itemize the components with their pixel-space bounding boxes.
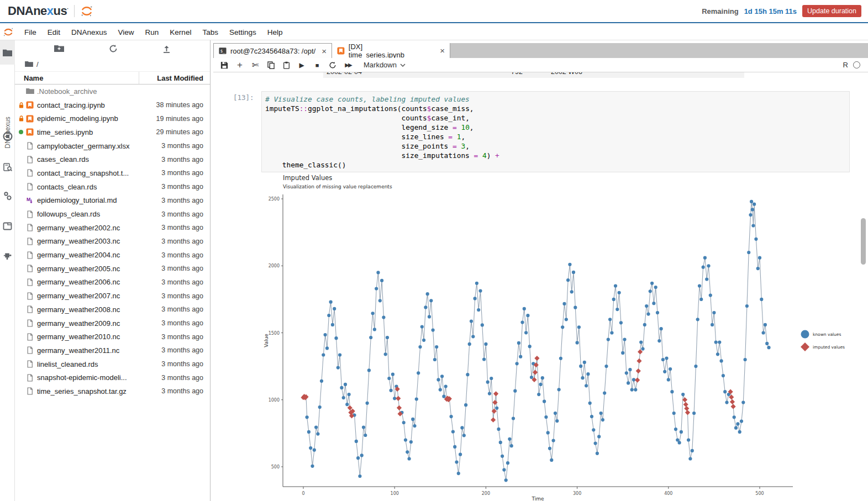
file-row[interactable]: linelist_cleaned.rds3 months ago <box>15 357 210 371</box>
scrollbar-thumb[interactable] <box>861 218 866 265</box>
tab-terminal[interactable]: $_ root@7c2345648a73: /opt/ × <box>213 43 332 58</box>
cell-type-select[interactable]: Markdown <box>364 61 406 69</box>
svg-text:Value: Value <box>264 334 269 347</box>
tab-notebook[interactable]: [DX] time_series.ipynb × <box>332 43 450 58</box>
restart-kernel-button[interactable] <box>325 59 340 71</box>
property-inspector-icon[interactable] <box>0 160 15 175</box>
notebook-scrollbar[interactable] <box>861 72 866 501</box>
update-duration-button[interactable]: Update duration <box>802 5 861 17</box>
file-row[interactable]: germany_weather2008.nc3 months ago <box>15 303 210 317</box>
new-folder-button[interactable] <box>54 45 64 52</box>
file-row[interactable]: contact_tracing_snapshot.t...3 months ag… <box>15 166 210 180</box>
column-header-modified[interactable]: Last Modified <box>139 74 210 82</box>
jupyterlab-window: DNAnexus· Remaining 1d 15h 15m 11s Updat… <box>0 0 868 501</box>
menu-edit[interactable]: Edit <box>42 25 66 39</box>
file-row[interactable]: followups_clean.rds3 months ago <box>15 207 210 221</box>
settings-gears-icon[interactable] <box>0 188 15 204</box>
main-dock-area: $_ root@7c2345648a73: /opt/ × [DX] time_… <box>213 40 868 501</box>
code-line: size_imputations = 4) + <box>265 151 846 160</box>
upload-button[interactable] <box>162 44 171 53</box>
file-icon <box>25 210 35 218</box>
markdown-icon: M <box>25 197 35 204</box>
file-row[interactable]: germany_weather2003.nc3 months ago <box>15 235 210 249</box>
cut-cells-button[interactable]: ✄ <box>248 59 263 71</box>
menu-kernel[interactable]: Kernel <box>164 25 197 39</box>
file-row[interactable]: germany_weather2005.nc3 months ago <box>15 262 210 276</box>
paste-cells-button[interactable] <box>278 59 294 71</box>
file-row[interactable]: cases_clean.rds3 months ago <box>15 152 210 166</box>
breadcrumb[interactable]: / <box>15 57 210 71</box>
file-row[interactable]: germany_weather2006.nc3 months ago <box>15 276 210 289</box>
file-icon <box>25 292 35 300</box>
file-browser-panel: / Name Last Modified .Notebook_archiveco… <box>15 40 211 501</box>
menu-file[interactable]: File <box>19 25 42 39</box>
file-modified: 38 minutes ago <box>144 101 210 109</box>
breadcrumb-root[interactable]: / <box>36 60 39 68</box>
file-icon <box>25 305 35 313</box>
copy-cells-button[interactable] <box>263 59 278 71</box>
sidebar-tab-filebrowser[interactable] <box>0 40 15 65</box>
file-row[interactable]: germany_weather2011.nc3 months ago <box>15 344 210 357</box>
file-row[interactable]: germany_weather2002.nc3 months ago <box>15 221 210 235</box>
file-row[interactable]: germany_weather2009.nc3 months ago <box>15 317 210 330</box>
menu-dnanexus[interactable]: DNAnexus <box>66 25 113 39</box>
tab-notebook-close-icon[interactable]: × <box>440 46 445 55</box>
refresh-button[interactable] <box>109 44 118 53</box>
menu-run[interactable]: Run <box>140 25 165 39</box>
svg-text:500: 500 <box>755 491 764 496</box>
add-cell-button[interactable]: + <box>232 59 248 71</box>
open-tabs-icon[interactable] <box>0 218 15 234</box>
code-line: # Visualize case counts, labeling impute… <box>265 94 846 104</box>
file-row[interactable]: contact_tracing.ipynb38 minutes ago <box>15 98 210 112</box>
file-modified: 3 months ago <box>144 374 210 382</box>
file-modified: 3 months ago <box>144 387 210 395</box>
file-modified: 3 months ago <box>144 346 210 354</box>
svg-text:known values: known values <box>813 332 841 337</box>
menu-help[interactable]: Help <box>262 25 288 39</box>
notebook-icon <box>25 101 35 109</box>
run-cell-button[interactable]: ▶ <box>294 59 309 71</box>
code-cell[interactable]: # Visualize case counts, labeling impute… <box>261 91 850 172</box>
menu-tabs[interactable]: Tabs <box>197 25 224 39</box>
extension-manager-icon[interactable] <box>0 248 15 263</box>
file-name: time_series_snapshot.tar.gz <box>37 387 144 395</box>
file-row[interactable]: germany_weather2007.nc3 months ago <box>15 289 210 303</box>
file-row[interactable]: campylobacter_germany.xlsx3 months ago <box>15 139 210 153</box>
save-button[interactable] <box>217 59 232 71</box>
file-browser-toolbar <box>15 40 210 57</box>
file-row[interactable]: snapshot-epidemic-modeli...3 months ago <box>15 371 210 384</box>
file-modified: 3 months ago <box>144 251 210 259</box>
kernel-name[interactable]: R <box>843 61 848 69</box>
file-row[interactable]: .Notebook_archive <box>15 85 210 98</box>
file-modified: 3 months ago <box>144 183 210 191</box>
interrupt-kernel-button[interactable]: ■ <box>309 59 325 71</box>
jupyter-swirl-icon <box>2 26 14 38</box>
file-row[interactable]: epidemic_modeling.ipynb19 minutes ago <box>15 112 210 125</box>
file-name: contacts_clean.rds <box>37 183 144 191</box>
file-icon <box>25 387 35 395</box>
file-name: germany_weather2004.nc <box>37 251 144 259</box>
file-modified: 3 months ago <box>144 360 210 368</box>
code-line: size_points = 3, <box>265 141 846 151</box>
file-name: snapshot-epidemic-modeli... <box>37 373 144 382</box>
file-row[interactable]: germany_weather2004.nc3 months ago <box>15 248 210 262</box>
menu-view[interactable]: View <box>113 25 140 39</box>
tab-bar: $_ root@7c2345648a73: /opt/ × [DX] time_… <box>213 43 868 58</box>
file-modified: 29 minutes ago <box>144 128 210 136</box>
file-row[interactable]: germany_weather2010.nc3 months ago <box>15 330 210 344</box>
file-name: linelist_cleaned.rds <box>37 360 144 368</box>
file-name: .Notebook_archive <box>37 87 144 96</box>
column-header-name[interactable]: Name <box>15 72 139 84</box>
running-kernels-icon[interactable] <box>0 129 15 144</box>
terminal-icon: $_ <box>219 47 227 55</box>
file-modified: 3 months ago <box>144 278 210 286</box>
kernel-status-icon[interactable] <box>853 61 860 68</box>
file-row[interactable]: time_series.ipynb29 minutes ago <box>15 125 210 139</box>
menu-settings[interactable]: Settings <box>224 25 262 39</box>
file-row[interactable]: contacts_clean.rds3 months ago <box>15 180 210 194</box>
restart-run-all-button[interactable]: ▶▶ <box>340 59 356 71</box>
svg-text:$_: $_ <box>220 49 225 54</box>
file-row[interactable]: time_series_snapshot.tar.gz3 months ago <box>15 384 210 398</box>
file-row[interactable]: Mepidemiology_tutorial.md3 months ago <box>15 194 210 208</box>
tab-terminal-close-icon[interactable]: × <box>322 46 327 56</box>
